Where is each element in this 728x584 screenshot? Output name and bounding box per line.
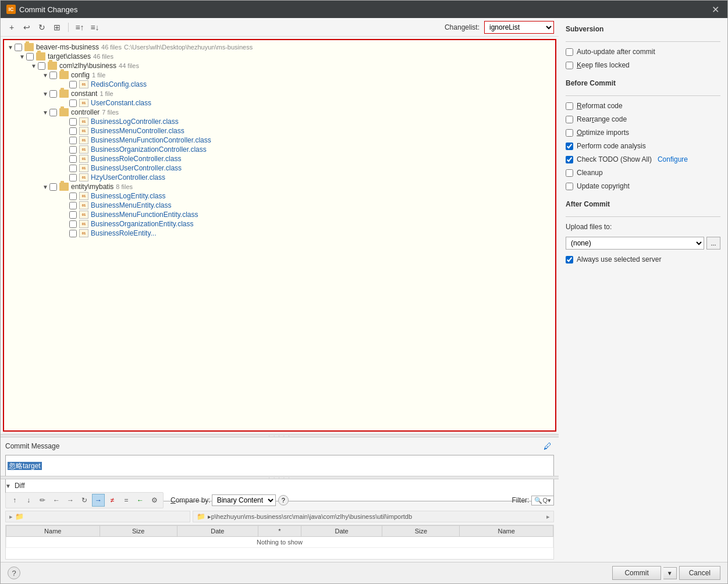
th-date-right[interactable]: Date	[301, 526, 382, 537]
checkbox-bmfc[interactable]	[69, 137, 77, 144]
label-bmfc: BusinessMenuFunctionController.class	[91, 136, 211, 144]
upload-dots-btn[interactable]: ...	[706, 237, 720, 250]
checkbox-brc[interactable]	[69, 155, 77, 163]
checkbox-buc[interactable]	[69, 165, 77, 172]
path-right-btn[interactable]: ▸	[546, 513, 550, 521]
checkbox-com[interactable]	[38, 62, 45, 70]
tree-item-target[interactable]: ▼ target\classes 46 files	[4, 52, 555, 61]
add-button[interactable]: +	[5, 21, 18, 34]
checkbox-controller[interactable]	[49, 109, 57, 116]
check-todo-checkbox[interactable]	[566, 156, 573, 163]
tree-item-buc[interactable]: 01 BusinessUserController.class	[4, 163, 555, 173]
checkbox-target[interactable]	[26, 53, 34, 60]
th-date-left[interactable]: Date	[177, 526, 258, 537]
configure-link[interactable]: Configure	[658, 155, 688, 163]
diff-toolbar: ↑ ↓ ✏ ← → ↻ → ≠ = ← ⚙	[5, 492, 164, 508]
checkbox-ble[interactable]	[69, 193, 77, 200]
always-use-server-checkbox[interactable]	[566, 256, 573, 263]
upload-select[interactable]: (none)	[566, 237, 704, 250]
checkbox-bmfe[interactable]	[69, 211, 77, 219]
cancel-button[interactable]: Cancel	[679, 566, 720, 580]
tree-item-bme[interactable]: 01 BusinessMenuEntity.class	[4, 201, 555, 210]
tree-item-hzc[interactable]: 01 HzyUserController.class	[4, 173, 555, 182]
th-size-right[interactable]: Size	[382, 526, 460, 537]
sort-button-2[interactable]: ≡↓	[88, 21, 101, 34]
th-name-left[interactable]: Name	[6, 526, 100, 537]
diff-help-btn[interactable]: ?	[278, 495, 289, 505]
th-name-right[interactable]: Name	[460, 526, 553, 537]
help-button[interactable]: ?	[8, 567, 20, 579]
refresh-button[interactable]: ↻	[35, 21, 48, 34]
tree-item-bmfe[interactable]: 01 BusinessMenuFunctionEntity.class	[4, 210, 555, 219]
root-checkbox[interactable]	[15, 44, 22, 51]
diff-left-btn[interactable]: ←	[134, 494, 147, 507]
divider-2	[566, 95, 720, 96]
checkbox-constant[interactable]	[49, 90, 57, 98]
checkbox-entity[interactable]	[49, 183, 57, 191]
diff-up-btn[interactable]: ↑	[8, 494, 21, 507]
tree-item-controller[interactable]: ▼ controller 7 files	[4, 108, 555, 117]
file-icon-boc: 01	[79, 145, 88, 154]
checkbox-boe[interactable]	[69, 220, 77, 228]
tree-item-bmfc[interactable]: 01 BusinessMenuFunctionController.class	[4, 136, 555, 145]
update-copyright-checkbox[interactable]	[566, 183, 573, 190]
diff-sync-btn[interactable]: ↻	[78, 494, 91, 507]
optimize-checkbox[interactable]	[566, 129, 573, 137]
diff-diff-btn[interactable]: ≠	[106, 494, 119, 507]
checkbox-bme[interactable]	[69, 202, 77, 209]
sort-button-1[interactable]: ≡↑	[73, 21, 86, 34]
compare-select[interactable]: Binary Content	[212, 494, 276, 506]
label-boe: BusinessOrganizationEntity.class	[91, 220, 194, 228]
tree-item-bmc[interactable]: 01 BusinessMenuController.class	[4, 126, 555, 136]
file-icon-redisconfig: 01	[79, 80, 88, 88]
commit-dropdown-btn[interactable]: ▼	[663, 567, 677, 579]
perform-checkbox[interactable]	[566, 143, 573, 150]
diff-label: Diff	[15, 482, 25, 490]
diff-equal-btn[interactable]: =	[120, 494, 133, 507]
diff-next-btn[interactable]: →	[64, 494, 77, 507]
tree-item-brc[interactable]: 01 BusinessRoleController.class	[4, 154, 555, 163]
tree-item-blc[interactable]: 01 BusinessLogController.class	[4, 117, 555, 126]
cleanup-checkbox[interactable]	[566, 169, 573, 177]
path-left-btn[interactable]: ▸	[9, 513, 13, 521]
diff-down-btn[interactable]: ↓	[22, 494, 35, 507]
checkbox-hzc[interactable]	[69, 174, 77, 181]
commit-button[interactable]: Commit	[612, 566, 660, 580]
diff-edit-btn[interactable]: ✏	[36, 494, 49, 507]
tree-item-config[interactable]: ▼ config 1 file	[4, 70, 555, 80]
checkbox-boc[interactable]	[69, 146, 77, 154]
reformat-checkbox[interactable]	[566, 102, 573, 110]
checkbox-bmc[interactable]	[69, 127, 77, 135]
checkbox-userconstant[interactable]	[69, 99, 77, 107]
tree-item-boc[interactable]: 01 BusinessOrganizationController.class	[4, 145, 555, 154]
diff-right-btn[interactable]: →	[92, 494, 105, 507]
checkbox-blc[interactable]	[69, 118, 77, 126]
group-button[interactable]: ⊞	[51, 21, 63, 34]
tree-item-ble[interactable]: 01 BusinessLogEntity.class	[4, 191, 555, 201]
checkbox-redisconfig[interactable]	[69, 81, 77, 88]
checkbox-bre[interactable]	[69, 230, 77, 237]
rearrange-checkbox[interactable]	[566, 116, 573, 123]
tree-item-boe[interactable]: 01 BusinessOrganizationEntity.class	[4, 219, 555, 229]
tree-item-com[interactable]: ▼ com\zlhy\business 44 files	[4, 61, 555, 70]
keep-files-locked-checkbox[interactable]	[566, 62, 573, 69]
undo-button[interactable]: ↩	[20, 21, 33, 34]
checkbox-config[interactable]	[49, 72, 57, 79]
diff-prev-btn[interactable]: ←	[50, 494, 63, 507]
diff-collapse-arrow[interactable]: ▼	[5, 483, 11, 489]
changelist-dropdown[interactable]: ignoreList	[484, 21, 554, 34]
commit-changes-dialog: IC Commit Changes ✕ + ↩ ↻ ⊞ ≡↑ ≡↓ Change…	[0, 0, 728, 584]
diff-config-btn[interactable]: ⚙	[148, 494, 161, 507]
tree-item-constant[interactable]: ▼ constant 1 file	[4, 89, 555, 98]
tree-item-userconstant[interactable]: 01 UserConstant.class	[4, 98, 555, 108]
tree-root-item[interactable]: ▼ beaver-ms-business 46 files C:\Users\w…	[4, 42, 555, 52]
tree-item-redisconfig[interactable]: 01 RedisConfig.class	[4, 80, 555, 89]
tree-item-entity[interactable]: ▼ entity\mybatis 8 files	[4, 182, 555, 191]
commit-message-icon-btn[interactable]: 🖊	[541, 440, 554, 453]
auto-update-checkbox[interactable]	[566, 48, 573, 56]
close-button[interactable]: ✕	[709, 4, 722, 15]
button-bar: ? Commit ▼ Cancel	[1, 562, 727, 583]
th-size-left[interactable]: Size	[100, 526, 177, 537]
keep-files-locked-label: Keep files locked	[577, 61, 630, 69]
tree-item-bre[interactable]: 01 BusinessRoleEntity...	[4, 229, 555, 238]
